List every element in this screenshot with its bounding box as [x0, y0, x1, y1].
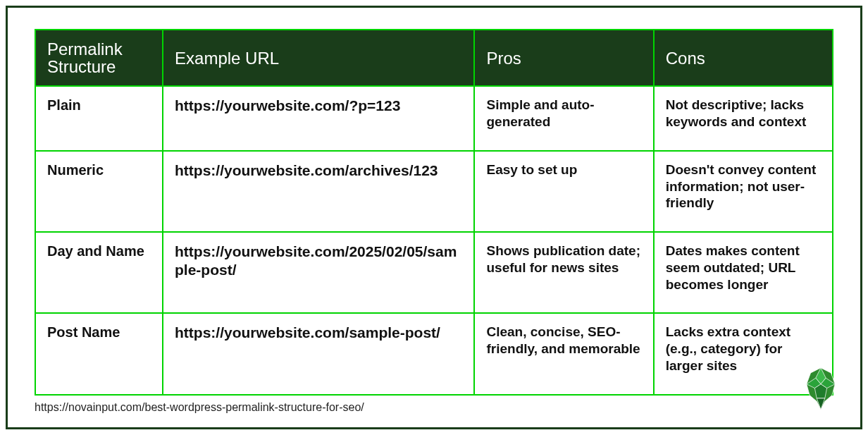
cell-pros: Simple and auto-generated [474, 86, 653, 151]
table-row: Day and Name https://yourwebsite.com/202… [35, 232, 833, 313]
cell-pros: Clean, concise, SEO-friendly, and memora… [474, 313, 653, 394]
table-row: Post Name https://yourwebsite.com/sample… [35, 313, 833, 394]
header-example: Example URL [163, 30, 474, 86]
header-pros: Pros [474, 30, 653, 86]
header-structure: Permalink Structure [35, 30, 163, 86]
permalink-table: Permalink Structure Example URL Pros Con… [35, 29, 833, 396]
table-row: Plain https://yourwebsite.com/?p=123 Sim… [35, 86, 833, 151]
cell-example: https://yourwebsite.com/sample-post/ [163, 313, 474, 394]
table-row: Numeric https://yourwebsite.com/archives… [35, 151, 833, 232]
cell-structure: Day and Name [35, 232, 163, 313]
cell-cons: Doesn't convey content information; not … [654, 151, 833, 232]
table-header-row: Permalink Structure Example URL Pros Con… [35, 30, 833, 86]
cell-structure: Post Name [35, 313, 163, 394]
cell-cons: Dates makes content seem outdated; URL b… [654, 232, 833, 313]
cell-example: https://yourwebsite.com/2025/02/05/sampl… [163, 232, 474, 313]
source-url: https://novainput.com/best-wordpress-per… [35, 401, 833, 414]
cell-example: https://yourwebsite.com/archives/123 [163, 151, 474, 232]
cell-structure: Plain [35, 86, 163, 151]
header-cons: Cons [654, 30, 833, 86]
cell-pros: Easy to set up [474, 151, 653, 232]
cell-example: https://yourwebsite.com/?p=123 [163, 86, 474, 151]
document-frame: Permalink Structure Example URL Pros Con… [6, 6, 862, 429]
cell-pros: Shows publication date; useful for news … [474, 232, 653, 313]
brand-logo-icon [795, 364, 846, 415]
cell-structure: Numeric [35, 151, 163, 232]
cell-cons: Not descriptive; lacks keywords and cont… [654, 86, 833, 151]
